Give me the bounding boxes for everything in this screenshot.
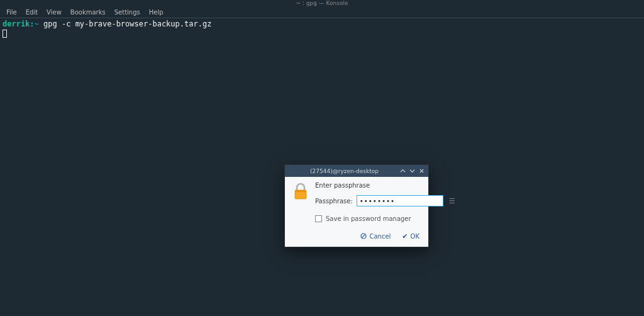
menu-view[interactable]: View	[43, 8, 65, 17]
prompt-sep: :	[30, 20, 34, 28]
cancel-label: Cancel	[369, 233, 391, 240]
cancel-button[interactable]: Cancel	[360, 233, 391, 240]
terminal-line: derrik:~ gpg -c my-brave-browser-backup.…	[3, 20, 641, 30]
passphrase-row: Passphrase: ☰	[315, 195, 457, 206]
terminal-command: gpg -c my-brave-browser-backup.tar.gz	[39, 20, 212, 28]
dialog-title: (27544)@ryzen-desktop	[289, 168, 400, 174]
dialog-buttons: Cancel ✔ OK	[292, 232, 421, 240]
prompt-user: derrik	[3, 20, 30, 28]
prompt-path: ~	[35, 20, 39, 28]
cancel-icon	[360, 233, 367, 240]
maximize-icon[interactable]	[409, 168, 415, 174]
menu-help[interactable]: Help	[145, 8, 167, 17]
menubar: File Edit View Bookmarks Settings Help	[0, 6, 644, 18]
ok-button[interactable]: ✔ OK	[402, 232, 419, 240]
save-password-row: Save in password manager	[315, 215, 421, 222]
dialog-body: Enter passphrase Passphrase: ☰ Save in p…	[285, 177, 428, 247]
dialog-window-controls	[400, 168, 425, 174]
visibility-toggle-icon[interactable]: ☰	[447, 197, 457, 205]
check-icon: ✔	[402, 232, 408, 240]
dialog-titlebar[interactable]: (27544)@ryzen-desktop	[285, 165, 428, 177]
cursor-icon	[3, 30, 7, 38]
lock-icon	[292, 182, 309, 215]
window-titlebar: ~ : gpg — Konsole	[0, 0, 644, 6]
svg-rect-1	[295, 190, 306, 192]
minimize-icon[interactable]	[400, 168, 406, 174]
menu-bookmarks[interactable]: Bookmarks	[67, 8, 109, 17]
passphrase-dialog: (27544)@ryzen-desktop Enter pa	[284, 164, 429, 247]
menu-settings[interactable]: Settings	[111, 8, 144, 17]
passphrase-label: Passphrase:	[315, 198, 353, 205]
close-icon[interactable]	[419, 168, 425, 174]
ok-label: OK	[411, 233, 419, 240]
terminal[interactable]: derrik:~ gpg -c my-brave-browser-backup.…	[0, 18, 644, 42]
save-password-label: Save in password manager	[326, 215, 411, 222]
menu-edit[interactable]: Edit	[22, 8, 42, 17]
save-password-checkbox[interactable]	[315, 215, 322, 222]
terminal-cursor-line	[3, 30, 641, 41]
window-title: ~ : gpg — Konsole	[296, 0, 348, 6]
menu-file[interactable]: File	[3, 8, 21, 17]
passphrase-input[interactable]	[357, 195, 443, 206]
dialog-heading: Enter passphrase	[315, 182, 457, 189]
